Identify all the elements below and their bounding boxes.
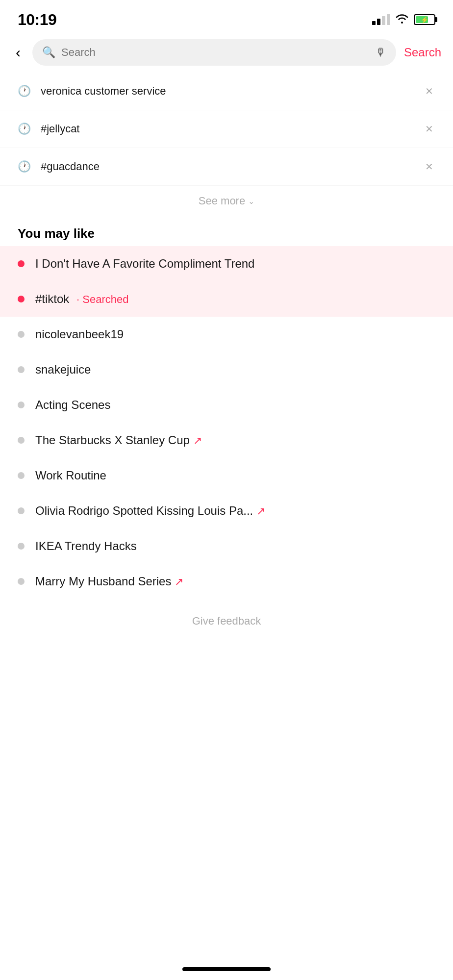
trending-item-1[interactable]: #tiktok · Searched: [0, 281, 453, 317]
history-close-1[interactable]: ✕: [423, 121, 435, 137]
status-time: 10:19: [18, 11, 56, 29]
search-bar-row: ‹ 🔍 🎙 Search: [0, 34, 453, 73]
searched-badge: · Searched: [76, 293, 128, 305]
trending-text-9: Marry My Husband Series ↗: [35, 575, 435, 588]
trending-arrow-5: ↗: [193, 434, 202, 447]
trending-text-3: snakejuice: [35, 363, 435, 377]
trending-item-0[interactable]: I Don't Have A Favorite Compliment Trend: [0, 246, 453, 281]
give-feedback-text: Give feedback: [192, 615, 261, 628]
trending-item-2[interactable]: nicolevanbeek19: [0, 317, 453, 352]
search-icon: 🔍: [42, 46, 55, 59]
trending-arrow-7: ↗: [256, 505, 265, 517]
microphone-icon[interactable]: 🎙: [376, 46, 386, 59]
dot-icon-5: [18, 437, 25, 444]
search-input-container[interactable]: 🔍 🎙: [32, 39, 396, 66]
trending-item-6[interactable]: Work Routine: [0, 458, 453, 493]
status-icons: ⚡: [372, 13, 435, 26]
dot-icon-2: [18, 331, 25, 338]
clock-icon-2: 🕐: [18, 160, 31, 173]
search-button[interactable]: Search: [404, 46, 441, 59]
chevron-down-icon: ⌄: [248, 197, 254, 206]
battery-icon: ⚡: [414, 14, 435, 25]
trending-text-6: Work Routine: [35, 469, 435, 482]
see-more-row[interactable]: See more ⌄: [0, 186, 453, 216]
signal-bars-icon: [372, 14, 390, 25]
search-input[interactable]: [61, 46, 370, 59]
trending-text-4: Acting Scenes: [35, 398, 435, 412]
history-item-2[interactable]: 🕐 #guacdance ✕: [0, 148, 453, 186]
give-feedback-row[interactable]: Give feedback: [0, 599, 453, 643]
clock-icon-1: 🕐: [18, 123, 31, 135]
trending-text-0: I Don't Have A Favorite Compliment Trend: [35, 257, 435, 271]
status-bar: 10:19 ⚡: [0, 0, 453, 34]
dot-icon-3: [18, 366, 25, 373]
clock-icon-0: 🕐: [18, 85, 31, 98]
trending-item-9[interactable]: Marry My Husband Series ↗: [0, 564, 453, 599]
history-text-1: #jellycat: [41, 123, 413, 135]
dot-icon-9: [18, 578, 25, 585]
section-title: You may like: [0, 216, 453, 246]
wifi-icon: [395, 13, 409, 26]
dot-icon-1: [18, 296, 25, 302]
history-item-1[interactable]: 🕐 #jellycat ✕: [0, 110, 453, 148]
back-button[interactable]: ‹: [12, 42, 25, 63]
dot-icon-6: [18, 472, 25, 479]
dot-icon-4: [18, 402, 25, 408]
trending-item-8[interactable]: IKEA Trendy Hacks: [0, 528, 453, 564]
trending-text-7: Olivia Rodrigo Spotted Kissing Louis Pa.…: [35, 504, 435, 518]
history-close-2[interactable]: ✕: [423, 159, 435, 175]
history-close-0[interactable]: ✕: [423, 83, 435, 99]
dot-icon-0: [18, 260, 25, 267]
history-text-2: #guacdance: [41, 160, 413, 173]
history-list: 🕐 veronica customer service ✕ 🕐 #jellyca…: [0, 73, 453, 186]
trending-item-7[interactable]: Olivia Rodrigo Spotted Kissing Louis Pa.…: [0, 493, 453, 528]
home-bar: [182, 967, 271, 971]
trending-text-5: The Starbucks X Stanley Cup ↗: [35, 433, 435, 447]
trending-arrow-9: ↗: [175, 576, 183, 588]
trending-item-4[interactable]: Acting Scenes: [0, 387, 453, 423]
see-more-text: See more: [199, 195, 245, 207]
history-text-0: veronica customer service: [41, 85, 413, 98]
trending-text-2: nicolevanbeek19: [35, 327, 435, 341]
history-item-0[interactable]: 🕐 veronica customer service ✕: [0, 73, 453, 110]
trending-item-3[interactable]: snakejuice: [0, 352, 453, 387]
trending-list: I Don't Have A Favorite Compliment Trend…: [0, 246, 453, 599]
trending-text-1: #tiktok · Searched: [35, 292, 435, 306]
trending-item-5[interactable]: The Starbucks X Stanley Cup ↗: [0, 423, 453, 458]
trending-text-8: IKEA Trendy Hacks: [35, 539, 435, 553]
dot-icon-7: [18, 507, 25, 514]
dot-icon-8: [18, 543, 25, 550]
